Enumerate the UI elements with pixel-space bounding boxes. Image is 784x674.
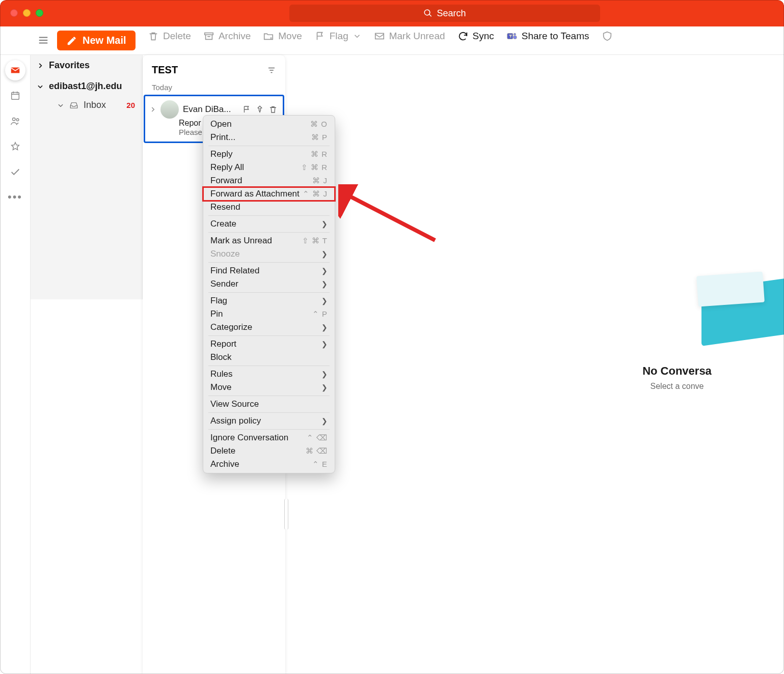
svg-rect-5	[11, 93, 19, 100]
empty-state-illustration	[682, 274, 784, 350]
svg-rect-0	[205, 33, 213, 35]
share-teams-label: Share to Teams	[522, 31, 589, 42]
close-window-button[interactable]	[10, 9, 18, 17]
flag-button[interactable]: Flag	[314, 31, 362, 42]
delete-button[interactable]: Delete	[148, 31, 191, 42]
ctx-sender[interactable]: Sender❯	[203, 277, 335, 291]
ctx-reply-all[interactable]: Reply All⇧ ⌘ R	[203, 161, 335, 174]
compose-icon	[66, 35, 77, 46]
rail-mail[interactable]	[5, 60, 25, 80]
svg-point-3	[513, 33, 516, 35]
titlebar: Search	[0, 0, 784, 26]
teams-icon	[506, 31, 518, 42]
pin-icon[interactable]	[255, 105, 264, 114]
shield-icon	[602, 31, 613, 42]
minimize-window-button[interactable]	[23, 9, 31, 17]
chevron-right-icon: ❯	[321, 383, 328, 391]
rail-tasks[interactable]	[5, 162, 25, 182]
ctx-pin[interactable]: Pin⌃ P	[203, 307, 335, 321]
search-placeholder: Search	[437, 8, 466, 19]
zoom-window-button[interactable]	[36, 9, 43, 17]
sync-button[interactable]: Sync	[457, 31, 494, 42]
ctx-rules[interactable]: Rules❯	[203, 368, 335, 381]
ctx-flag[interactable]: Flag❯	[203, 294, 335, 307]
search-icon	[423, 9, 432, 18]
favorites-header[interactable]: Favorites	[31, 55, 142, 76]
mail-icon	[10, 65, 21, 76]
rail-favorites[interactable]	[5, 136, 25, 157]
inbox-label: Inbox	[84, 100, 106, 110]
check-icon	[10, 166, 21, 178]
chevron-right-icon: ❯	[321, 250, 328, 258]
delete-label: Delete	[163, 31, 191, 42]
ctx-categorize[interactable]: Categorize❯	[203, 321, 335, 334]
new-mail-label: New Mail	[83, 35, 126, 46]
ctx-find-related[interactable]: Find Related❯	[203, 264, 335, 277]
message-sender: Evan DiBa...	[183, 104, 231, 115]
archive-button[interactable]: Archive	[203, 31, 251, 42]
date-separator: Today	[143, 81, 285, 95]
share-teams-button[interactable]: Share to Teams	[506, 31, 589, 42]
ctx-delete[interactable]: Delete⌘ ⌫	[203, 444, 335, 458]
rail-more-button[interactable]: •••	[0, 190, 30, 204]
rail-calendar[interactable]	[5, 86, 25, 106]
mark-unread-button[interactable]: Mark Unread	[374, 31, 445, 42]
reading-pane: No Conversa Select a conve	[291, 55, 784, 674]
trash-icon[interactable]	[268, 105, 278, 114]
chevron-right-icon	[37, 62, 44, 69]
ctx-block[interactable]: Block	[203, 351, 335, 364]
protection-button[interactable]	[602, 31, 613, 42]
ctx-ignore-conversation[interactable]: Ignore Conversation⌃ ⌫	[203, 431, 335, 444]
chevron-right-icon: ❯	[321, 220, 328, 228]
chevron-right-icon: ❯	[321, 323, 328, 331]
flag-icon[interactable]	[242, 105, 251, 114]
message-hover-actions	[242, 105, 278, 114]
ctx-reply[interactable]: Reply⌘ R	[203, 148, 335, 161]
svg-point-7	[16, 119, 19, 121]
sync-icon	[457, 31, 469, 42]
ctx-archive[interactable]: Archive⌃ E	[203, 458, 335, 471]
ctx-create[interactable]: Create❯	[203, 217, 335, 231]
sync-label: Sync	[473, 31, 494, 42]
move-button[interactable]: Move	[263, 31, 302, 42]
ctx-forward-as-attachment[interactable]: Forward as Attachment⌃ ⌘ J	[203, 187, 335, 201]
ctx-view-source[interactable]: View Source	[203, 398, 335, 411]
svg-point-6	[12, 118, 15, 121]
rail-people[interactable]	[5, 111, 25, 131]
ctx-assign-policy[interactable]: Assign policy❯	[203, 414, 335, 428]
favorites-label: Favorites	[49, 60, 90, 71]
flag-label: Flag	[330, 31, 348, 42]
chevron-right-icon: ❯	[321, 417, 328, 425]
empty-subtitle: Select a conve	[570, 382, 784, 391]
calendar-icon	[10, 90, 21, 101]
filter-icon[interactable]	[267, 66, 276, 75]
archive-icon	[203, 31, 214, 42]
app-rail: •••	[0, 55, 31, 674]
mark-unread-label: Mark Unread	[389, 31, 445, 42]
chevron-right-icon: ❯	[321, 297, 328, 305]
chevron-right-icon[interactable]	[149, 106, 156, 113]
new-mail-button[interactable]: New Mail	[57, 31, 136, 50]
ctx-move[interactable]: Move❯	[203, 381, 335, 394]
empty-state: No Conversa Select a conve	[570, 274, 784, 391]
sidebar-toggle-button[interactable]	[38, 35, 50, 47]
ctx-open[interactable]: Open⌘ O	[203, 118, 335, 131]
folder-inbox[interactable]: Inbox 20	[31, 97, 142, 114]
avatar	[160, 100, 179, 119]
ctx-mark-unread[interactable]: Mark as Unread⇧ ⌘ T	[203, 234, 335, 247]
ctx-report[interactable]: Report❯	[203, 338, 335, 351]
hamburger-icon	[38, 35, 49, 46]
ctx-print[interactable]: Print...⌘ P	[203, 131, 335, 144]
chevron-right-icon: ❯	[321, 340, 328, 348]
svg-rect-1	[375, 34, 384, 39]
account-header[interactable]: edibast1@jh.edu	[31, 76, 142, 97]
search-field[interactable]: Search	[289, 5, 600, 22]
splitter-handle[interactable]	[284, 499, 288, 529]
folder-pane: Favorites edibast1@jh.edu Inbox 20	[31, 55, 143, 299]
svg-rect-4	[513, 36, 517, 39]
star-icon	[10, 141, 21, 152]
message-context-menu: Open⌘ O Print...⌘ P Reply⌘ R Reply All⇧ …	[203, 115, 335, 473]
archive-label: Archive	[219, 31, 251, 42]
ctx-resend[interactable]: Resend	[203, 201, 335, 214]
ctx-forward[interactable]: Forward⌘ J	[203, 174, 335, 187]
